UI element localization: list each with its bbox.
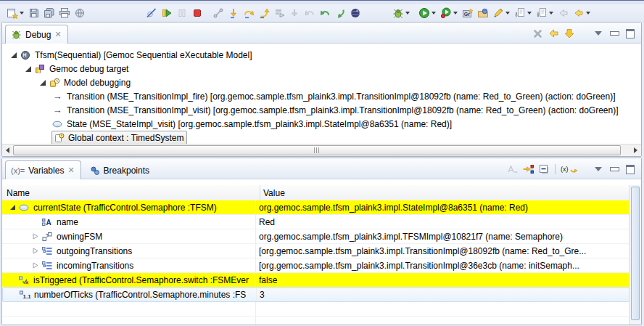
view-menu-icon[interactable] xyxy=(592,163,605,176)
variable-row-numberOfTicks[interactable]: 1.1 numberOfTicks (TrafficControl.Semaph… xyxy=(2,288,629,302)
new-gemoc-wizard-button[interactable]: Gr xyxy=(460,5,475,21)
last-edit-location-button[interactable] xyxy=(512,5,527,21)
variable-row-name[interactable]: A name Red xyxy=(2,215,629,229)
save-all-button[interactable] xyxy=(41,5,57,21)
expander-open-icon[interactable] xyxy=(7,202,18,213)
run-dropdown[interactable] xyxy=(432,12,436,15)
breakpoints-icon xyxy=(90,166,100,176)
close-icon[interactable]: ✕ xyxy=(54,30,61,38)
debug-button[interactable] xyxy=(390,5,405,21)
drop-to-frame-button[interactable] xyxy=(286,5,302,21)
variables-tab-label: Variables xyxy=(28,166,64,176)
scrollbar-thumb[interactable] xyxy=(13,145,621,155)
tab-variables[interactable]: (x)= Variables ✕ xyxy=(5,160,81,179)
variable-row-owningFSM[interactable]: owningFSM org.gemoc.sample.tfsm_plaink3.… xyxy=(2,229,629,244)
back-button[interactable] xyxy=(571,5,586,21)
show-logical-structures-icon[interactable] xyxy=(521,163,534,176)
tree-row-launch[interactable]: Tfsm(Sequential) [Gemoc Sequential eXecu… xyxy=(2,48,641,62)
back-disabled-button[interactable] xyxy=(556,5,571,21)
maximize-icon[interactable] xyxy=(624,27,637,40)
variables-vertical-scrollbar[interactable] xyxy=(629,185,641,325)
step-back-over-button[interactable] xyxy=(302,5,317,21)
expander-spacer xyxy=(7,274,18,286)
variable-value: 3 xyxy=(256,288,629,301)
attribute-icon: A xyxy=(41,216,53,228)
expander-closed-icon[interactable] xyxy=(30,231,41,243)
next-edit-dropdown[interactable] xyxy=(549,12,553,15)
next-edit-location-button[interactable] xyxy=(534,5,549,21)
close-icon[interactable]: ✕ xyxy=(67,166,74,174)
tree-row-debug-target[interactable]: Gemoc debug target xyxy=(2,62,641,76)
watch-text: (x) xyxy=(561,166,569,173)
back-dropdown[interactable] xyxy=(586,12,590,15)
variable-row-outgoingTransitions[interactable]: outgoingTransitions [org.gemoc.sample.tf… xyxy=(2,244,629,258)
column-header-name[interactable]: Name xyxy=(2,185,260,200)
tree-row-model-debugging[interactable]: Model debugging xyxy=(2,76,641,89)
coverage-dropdown[interactable] xyxy=(453,12,458,15)
run-to-line-button[interactable] xyxy=(271,5,286,21)
tree-row-global-context[interactable]: Global context : TimedSystem xyxy=(2,131,641,144)
step-into-button[interactable] xyxy=(226,5,241,21)
step-forward-yellow-button[interactable] xyxy=(563,27,576,40)
variable-row-incomingTransitions[interactable]: incomingTransitions [org.gemoc.sample.tf… xyxy=(2,258,629,273)
resume-button[interactable] xyxy=(159,5,174,21)
expander-open-icon[interactable] xyxy=(8,49,20,61)
save-button[interactable] xyxy=(26,5,41,21)
scroll-right-icon[interactable] xyxy=(630,145,641,156)
variable-row-currentState[interactable]: currentState (TrafficControl.Semaphore :… xyxy=(2,200,629,215)
skip-all-breakpoints-button[interactable] xyxy=(144,5,159,21)
scrollbar-thumb[interactable] xyxy=(631,187,640,320)
animation-engine-icon[interactable] xyxy=(347,5,363,21)
view-menu-icon[interactable] xyxy=(592,27,605,40)
maximize-icon[interactable] xyxy=(624,163,637,176)
step-backward-button[interactable] xyxy=(317,5,332,21)
last-edit-dropdown[interactable] xyxy=(527,12,532,15)
remove-all-terminated-button[interactable] xyxy=(531,27,544,40)
step-return-button[interactable] xyxy=(256,5,271,21)
collapse-all-icon[interactable] xyxy=(537,163,550,176)
external-tools-icon[interactable] xyxy=(72,5,87,21)
tree-row-state-visit[interactable]: State (MSE_StateImpl_visit) [org.gemoc.s… xyxy=(2,117,641,131)
fsm-reference-icon xyxy=(41,231,53,243)
variable-value: org.gemoc.sample.tfsm_plaink3.impl.State… xyxy=(255,200,629,214)
variable-value: false xyxy=(255,273,629,287)
expander-open-icon[interactable] xyxy=(22,63,34,75)
variable-value: org.gemoc.sample.tfsm_plaink3.impl.TFSMI… xyxy=(255,229,629,243)
highlighter-dropdown[interactable] xyxy=(505,12,510,15)
minimize-icon[interactable] xyxy=(608,163,621,176)
tab-debug[interactable]: Debug ✕ xyxy=(5,25,68,44)
empty-row xyxy=(2,317,629,325)
disconnect-button[interactable] xyxy=(210,5,226,21)
step-backward-yellow-button[interactable] xyxy=(547,27,560,40)
show-type-names-icon[interactable] xyxy=(505,163,519,176)
tree-row-transition-visit[interactable]: → Transition (MSE_TransitionImpl_visit) … xyxy=(2,103,641,117)
watch-expression-icon[interactable]: (x) xyxy=(560,163,579,176)
new-wizard-dropdown[interactable] xyxy=(20,12,24,15)
toolbar-separator xyxy=(555,164,556,174)
minimize-icon[interactable] xyxy=(608,27,621,40)
new-wizard-button[interactable] xyxy=(4,5,20,21)
coverage-button[interactable] xyxy=(438,5,453,21)
suspend-button[interactable] xyxy=(174,5,189,21)
expander-closed-icon[interactable] xyxy=(30,260,41,272)
step-over-button[interactable] xyxy=(241,5,256,21)
highlighter-button[interactable] xyxy=(490,5,505,21)
selected-frame-box[interactable]: Global context : TimedSystem xyxy=(51,131,187,145)
debug-dropdown[interactable] xyxy=(405,12,410,15)
terminate-button[interactable] xyxy=(189,5,205,21)
expander-closed-icon[interactable] xyxy=(30,245,41,257)
expander-spacer xyxy=(7,289,19,301)
debug-horizontal-scrollbar[interactable] xyxy=(2,144,641,156)
step-back-into-button[interactable] xyxy=(332,5,347,21)
variable-row-isTriggered[interactable]: isTriggered (TrafficControl.Semaphore.sw… xyxy=(2,273,629,288)
run-button[interactable] xyxy=(416,5,432,21)
tab-breakpoints[interactable]: Breakpoints xyxy=(84,160,156,179)
debug-tab-label: Debug xyxy=(25,30,51,40)
main-toolbar: Gr xyxy=(0,4,644,22)
tree-row-transition-fire[interactable]: → Transition (MSE_TransitionImpl_fire) [… xyxy=(2,89,641,103)
print-button[interactable] xyxy=(57,5,72,21)
column-header-value[interactable]: Value xyxy=(260,185,641,200)
open-model-folder-button[interactable] xyxy=(475,5,490,21)
expander-open-icon[interactable] xyxy=(37,77,49,89)
scroll-left-icon[interactable] xyxy=(2,145,13,156)
